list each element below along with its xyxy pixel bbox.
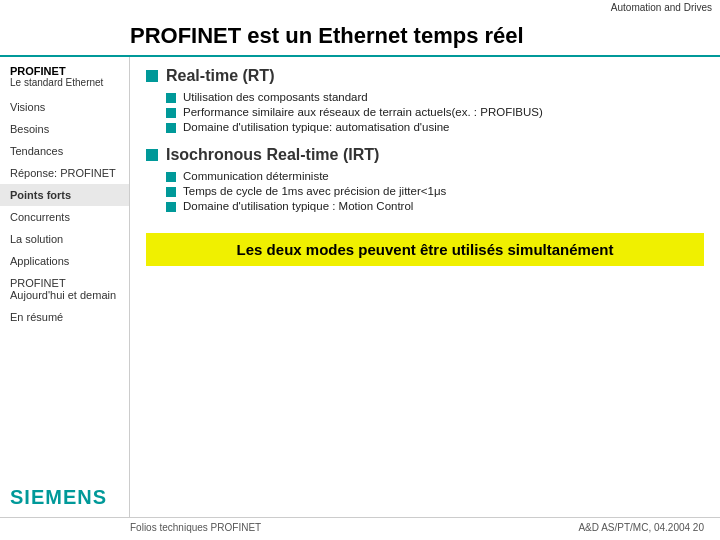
sidebar-nav: Visions Besoins Tendances Réponse: PROFI… — [0, 92, 129, 478]
highlight-text: Les deux modes peuvent être utilisés sim… — [237, 241, 614, 258]
bullet-icon-2 — [166, 108, 176, 118]
main-content: Real-time (RT) Utilisation des composant… — [130, 57, 720, 517]
sidebar-item-label: Concurrents — [10, 211, 70, 223]
rt-bullet-text-1: Utilisation des composants standard — [183, 91, 368, 103]
rt-title: Real-time (RT) — [166, 67, 274, 85]
irt-title: Isochronous Real-time (IRT) — [166, 146, 379, 164]
siemens-logo-area: SIEMENS — [0, 478, 129, 517]
irt-bullet-list: Communication déterministe Temps de cycl… — [166, 170, 704, 215]
bullet-icon-5 — [166, 187, 176, 197]
irt-bullet-text-2: Temps de cycle de 1ms avec précision de … — [183, 185, 446, 197]
rt-bullet-3: Domaine d'utilisation typique: automatis… — [166, 121, 704, 133]
page-header: PROFINET est un Ethernet temps réel — [0, 15, 720, 57]
sidebar-item-resume[interactable]: En résumé — [0, 306, 129, 328]
sidebar-item-concurrents[interactable]: Concurrents — [0, 206, 129, 228]
rt-section-header: Real-time (RT) — [146, 67, 704, 85]
sidebar-item-visions[interactable]: Visions — [0, 96, 129, 118]
sidebar-item-label: La solution — [10, 233, 63, 245]
sidebar-item-label: Applications — [10, 255, 69, 267]
bullet-icon-3 — [166, 123, 176, 133]
sidebar-item-label: En résumé — [10, 311, 63, 323]
sidebar-item-label: Visions — [10, 101, 45, 113]
rt-bullet-1: Utilisation des composants standard — [166, 91, 704, 103]
sidebar-item-label: Tendances — [10, 145, 63, 157]
rt-bullet-text-2: Performance similaire aux réseaux de ter… — [183, 106, 543, 118]
sidebar-brand: PROFINET Le standard Ethernet — [0, 57, 129, 92]
rt-icon — [146, 70, 158, 82]
sidebar-item-points-forts[interactable]: Points forts — [0, 184, 129, 206]
bullet-icon-6 — [166, 202, 176, 212]
sidebar-item-profinet-today[interactable]: PROFINETAujourd'hui et demain — [0, 272, 129, 306]
page-footer: Folios techniques PROFINET A&D AS/PT/MC,… — [0, 517, 720, 537]
bullet-icon-1 — [166, 93, 176, 103]
siemens-logo: SIEMENS — [10, 486, 107, 509]
irt-bullet-text-3: Domaine d'utilisation typique : Motion C… — [183, 200, 413, 212]
sidebar-item-tendances[interactable]: Tendances — [0, 140, 129, 162]
footer-right: A&D AS/PT/MC, 04.2004 20 — [578, 522, 704, 533]
highlight-bar: Les deux modes peuvent être utilisés sim… — [146, 233, 704, 266]
irt-icon — [146, 149, 158, 161]
bullet-icon-4 — [166, 172, 176, 182]
irt-bullet-3: Domaine d'utilisation typique : Motion C… — [166, 200, 704, 212]
sidebar-item-label: Réponse: PROFINET — [10, 167, 116, 179]
sidebar-item-reponse[interactable]: Réponse: PROFINET — [0, 162, 129, 184]
sidebar-item-label: Points forts — [10, 189, 71, 201]
sidebar-item-solution[interactable]: La solution — [0, 228, 129, 250]
sidebar-item-label: PROFINETAujourd'hui et demain — [10, 277, 116, 301]
sidebar: PROFINET Le standard Ethernet Visions Be… — [0, 57, 130, 517]
rt-bullet-2: Performance similaire aux réseaux de ter… — [166, 106, 704, 118]
main-layout: PROFINET Le standard Ethernet Visions Be… — [0, 57, 720, 517]
irt-bullet-2: Temps de cycle de 1ms avec précision de … — [166, 185, 704, 197]
footer-left: Folios techniques PROFINET — [130, 522, 261, 533]
brand-subtitle: Le standard Ethernet — [10, 77, 119, 88]
sidebar-item-label: Besoins — [10, 123, 49, 135]
irt-bullet-text-1: Communication déterministe — [183, 170, 329, 182]
brand-title: PROFINET — [10, 65, 119, 77]
rt-bullet-text-3: Domaine d'utilisation typique: automatis… — [183, 121, 450, 133]
top-bar-label: Automation and Drives — [611, 2, 712, 13]
sidebar-item-besoins[interactable]: Besoins — [0, 118, 129, 140]
page-title: PROFINET est un Ethernet temps réel — [130, 23, 704, 49]
irt-section-header: Isochronous Real-time (IRT) — [146, 146, 704, 164]
rt-bullet-list: Utilisation des composants standard Perf… — [166, 91, 704, 136]
irt-bullet-1: Communication déterministe — [166, 170, 704, 182]
sidebar-item-applications[interactable]: Applications — [0, 250, 129, 272]
top-bar: Automation and Drives — [0, 0, 720, 15]
